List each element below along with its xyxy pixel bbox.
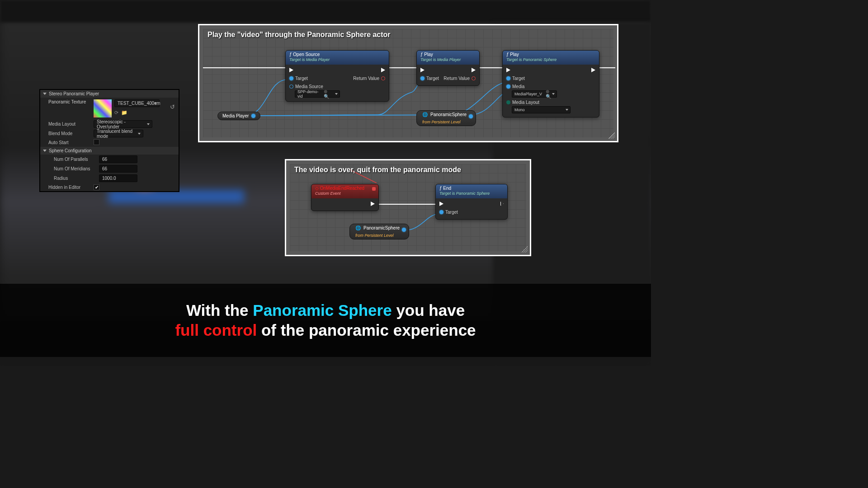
pin-label: Target	[512, 76, 525, 81]
section-title: Sphere Configuration	[49, 148, 92, 153]
blend-mode-dropdown[interactable]: Translucent blend mode	[94, 130, 143, 137]
meridians-input[interactable]	[99, 165, 137, 173]
node-subtitle: Custom Event	[315, 191, 375, 196]
texture-thumbnail[interactable]	[94, 99, 112, 117]
radius-label: Radius	[54, 176, 99, 181]
search-icon[interactable]: ⊕ 🔍	[324, 89, 332, 99]
expand-icon	[43, 150, 47, 152]
node-play-media[interactable]: ƒ Play Target is Media Player Target Ret…	[416, 50, 480, 86]
delegate-pin-icon[interactable]	[372, 187, 376, 191]
browse-icon[interactable]: 📁	[121, 110, 127, 116]
node-subtitle: Target is Panoramic Sphere	[439, 191, 504, 196]
pin-label: Return Value	[353, 76, 379, 81]
exec-out-pin[interactable]	[591, 68, 595, 72]
globe-icon: 🌐	[355, 225, 361, 230]
globe-icon: 🌐	[422, 112, 428, 117]
node-header: ƒ Open Source Target is Media Player	[286, 51, 389, 65]
hidden-editor-label: Hidden in Editor	[48, 185, 94, 190]
return-value-pin[interactable]: Return Value	[443, 76, 476, 81]
section-header-sphere[interactable]: Sphere Configuration	[40, 147, 179, 155]
media-source-dropdown[interactable]: SPP-demo-vid⊕ 🔍	[295, 90, 340, 98]
node-header: ◇ OnMediaEndReached Custom Event	[311, 184, 378, 198]
node-subtitle: Target is Media Player	[289, 57, 385, 62]
radius-input[interactable]	[99, 174, 137, 182]
var-label: PanoramicSphere	[430, 112, 467, 117]
return-value-pin[interactable]: Return Value	[353, 76, 385, 81]
exec-out-pin[interactable]	[371, 202, 375, 206]
dropdown-value: SPP-demo-vid	[297, 89, 320, 99]
node-play-sphere[interactable]: ƒ Play Target is Panoramic Sphere Target…	[502, 50, 599, 117]
media-layout-dropdown[interactable]: Mono	[512, 106, 571, 113]
graph-comment-title: Play the "video" through the Panoramic S…	[208, 31, 391, 39]
var-label: Media Player	[222, 113, 249, 118]
output-pin-icon[interactable]	[402, 228, 406, 232]
pin-label: Media	[512, 84, 524, 89]
panoramic-texture-label: Panoramic Texture	[48, 99, 94, 104]
media-layout-pin[interactable]: Media Layout	[506, 100, 539, 105]
exec-in-pin[interactable]	[289, 68, 293, 72]
exec-out-pin[interactable]	[381, 68, 385, 72]
blend-mode-label: Blend Mode	[48, 131, 94, 136]
node-title: Play	[424, 52, 433, 57]
node-subtitle: Target is Panoramic Sphere	[506, 57, 595, 62]
output-pin-icon[interactable]	[469, 114, 473, 118]
media-layout-label: Media Layout	[48, 122, 94, 127]
output-pin-icon[interactable]	[251, 114, 255, 118]
expand-icon	[43, 93, 47, 95]
node-header: ƒ Play Target is Media Player	[417, 51, 479, 65]
exec-out-pin[interactable]	[500, 202, 504, 206]
resize-handle[interactable]	[521, 246, 528, 253]
pin-label: Target	[445, 210, 458, 215]
exec-in-pin[interactable]	[506, 68, 510, 72]
caption-part: you have	[392, 301, 465, 319]
pin-label: Return Value	[443, 76, 470, 81]
node-subtitle: Target is Media Player	[420, 57, 476, 62]
caption-part: With the	[186, 301, 253, 319]
node-title: Open Source	[293, 52, 320, 57]
search-icon[interactable]: ⊕ 🔍	[546, 89, 551, 99]
caption-part: of the panoramic experience	[257, 321, 476, 339]
section-header-player[interactable]: Stereo Panoramic Player	[40, 90, 179, 98]
dropdown-value: MediaPlayer_V	[514, 92, 542, 96]
meridians-label: Num Of Meridians	[54, 166, 99, 171]
exec-out-pin[interactable]	[472, 68, 476, 72]
target-pin[interactable]: Target	[289, 76, 308, 81]
use-selected-icon[interactable]: ⟳	[114, 110, 118, 116]
var-node-panoramic-sphere[interactable]: 🌐 PanoramicSphere from Persistent Level	[416, 110, 476, 126]
hidden-editor-checkbox[interactable]: ✔	[94, 184, 99, 190]
target-pin[interactable]: Target	[420, 76, 439, 81]
auto-start-label: Auto Start	[48, 140, 94, 145]
media-layout-value: Stereoscopic - Over/under	[97, 119, 144, 129]
var-node-media-player[interactable]: Media Player	[217, 112, 260, 120]
blueprint-graph-play: Play the "video" through the Panoramic S…	[198, 24, 618, 142]
exec-in-pin[interactable]	[420, 68, 425, 72]
media-pin[interactable]: Media	[506, 84, 524, 89]
parallels-label: Num Of Parallels	[54, 157, 99, 162]
var-sublabel: from Persistent Level	[355, 233, 394, 238]
dropdown-value: Mono	[514, 108, 525, 112]
var-node-panoramic-sphere[interactable]: 🌐 PanoramicSphere from Persistent Level	[349, 224, 409, 239]
media-source-pin[interactable]: Media Source	[289, 84, 323, 89]
caption-highlight-cyan: Panoramic Sphere	[253, 301, 392, 319]
section-title: Stereo Panoramic Player	[49, 91, 99, 96]
details-panel: ↺ Stereo Panoramic Player Panoramic Text…	[39, 89, 179, 192]
pin-label: Target	[295, 76, 308, 81]
target-pin[interactable]: Target	[439, 210, 458, 215]
node-custom-event[interactable]: ◇ OnMediaEndReached Custom Event	[311, 184, 379, 211]
node-title: OnMediaEndReached	[320, 186, 364, 191]
parallels-input[interactable]	[99, 155, 137, 163]
node-open-source[interactable]: ƒ Open Source Target is Media Player Tar…	[285, 50, 389, 102]
graph-comment-title: The video is over, quit from the panoram…	[294, 166, 461, 174]
node-end[interactable]: ƒ End Target is Panoramic Sphere Target	[435, 184, 508, 220]
node-header: ƒ Play Target is Panoramic Sphere	[503, 51, 599, 65]
exec-in-pin[interactable]	[439, 202, 443, 206]
media-layout-dropdown[interactable]: Stereoscopic - Over/under	[94, 120, 152, 128]
media-dropdown[interactable]: MediaPlayer_V⊕ 🔍	[512, 90, 557, 98]
resize-handle[interactable]	[609, 132, 615, 139]
node-header: ƒ End Target is Panoramic Sphere	[436, 184, 507, 198]
pin-label: Target	[426, 76, 439, 81]
texture-asset-dropdown[interactable]: TEST_CUBE_400cm	[114, 99, 160, 107]
auto-start-checkbox[interactable]	[94, 139, 99, 145]
target-pin[interactable]: Target	[506, 76, 525, 81]
reset-to-default-icon[interactable]: ↺	[170, 103, 175, 110]
